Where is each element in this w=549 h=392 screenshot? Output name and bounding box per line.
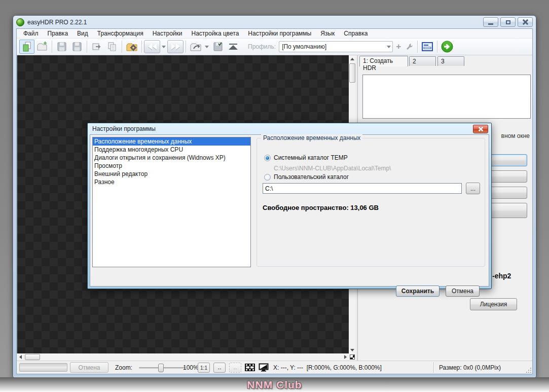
scroll-right-button[interactable] [342, 353, 349, 361]
tab-2[interactable]: 2 [409, 56, 436, 66]
resize-grip[interactable] [525, 367, 531, 373]
new-file-icon [21, 41, 32, 52]
dialog-titlebar[interactable]: Настройки программы [88, 123, 491, 134]
titlebar[interactable]: easyHDR PRO 2.22.1 [13, 16, 536, 28]
profile-value: [По умолчанию] [282, 43, 326, 50]
zoom-1to1-button[interactable]: 1:1 [198, 363, 210, 373]
next-image-button[interactable] [167, 40, 184, 53]
tab-create-hdr[interactable]: 1: Создать HDR [359, 56, 408, 66]
filmstrip-toggle[interactable] [245, 363, 255, 373]
scroll-left-button[interactable] [17, 353, 24, 361]
vertical-scroll-thumb[interactable] [349, 63, 355, 83]
minimize-button[interactable] [483, 17, 498, 27]
list-item-preview[interactable]: Просмотр [93, 162, 250, 170]
go-button[interactable] [440, 40, 455, 54]
horizontal-scrollbar[interactable] [17, 353, 349, 361]
toolbar-separator [52, 41, 52, 53]
menu-settings[interactable]: Настройки [148, 29, 187, 38]
minimize-icon [488, 23, 493, 25]
radio-system-temp-label[interactable]: Системный каталог TEMP [274, 154, 348, 161]
fit-selection-button: ↔ [229, 363, 241, 373]
list-item-misc[interactable]: Разное [93, 178, 250, 186]
export-button[interactable] [89, 40, 104, 54]
image-list-box[interactable] [362, 75, 531, 119]
browse-button[interactable]: ... [466, 183, 480, 194]
panel-icon [421, 42, 433, 52]
cancel-settings-button[interactable]: Отмена [446, 286, 480, 297]
settings-category-list[interactable]: Расположение временных данных Поддержка … [92, 137, 251, 267]
menu-help[interactable]: Справка [339, 29, 372, 38]
app-icon [16, 18, 24, 26]
open-button[interactable] [34, 40, 50, 54]
new-project-button[interactable] [19, 40, 34, 54]
filmstrip-icon [245, 363, 255, 372]
custom-path-input[interactable] [263, 183, 462, 194]
compress-button[interactable] [226, 40, 241, 54]
temp-location-groupbox: Расположение временных данных Системный … [257, 138, 485, 267]
previous-image-button[interactable] [144, 40, 160, 53]
dialog-close-button[interactable] [473, 125, 488, 133]
zoom-slider[interactable] [139, 367, 186, 369]
monitor-toggle[interactable] [259, 363, 269, 373]
scroll-down-button[interactable] [349, 346, 356, 353]
menu-view[interactable]: Вид [72, 29, 93, 38]
panel-text-fragment: вном окне [501, 132, 530, 139]
statusbar-separator [433, 362, 434, 373]
program-settings-button[interactable] [124, 40, 139, 54]
list-item-external-editor[interactable]: Внешний редактор [93, 170, 250, 178]
panel-toggle-button[interactable] [420, 40, 435, 54]
previous-dropdown-caret[interactable] [162, 46, 166, 48]
right-arrow-icon [344, 355, 347, 359]
status-cancel-button[interactable]: Отмена [70, 362, 108, 373]
radio-custom-folder-label[interactable]: Пользовательский каталог [274, 173, 349, 181]
up-arrow-icon [350, 58, 354, 60]
menu-program-settings[interactable]: Настройки программы [243, 29, 316, 38]
close-button[interactable] [518, 17, 533, 27]
list-item-multicore[interactable]: Поддержка многоядерных CPU [93, 146, 250, 154]
monitor-icon [259, 363, 269, 372]
open-with-icon [190, 41, 202, 52]
toolbar-separator [186, 41, 186, 53]
toolbar-separator [417, 41, 418, 53]
scroll-up-button[interactable] [349, 55, 356, 62]
double-right-icon [171, 44, 175, 50]
fit-window-button[interactable]: ↔ [213, 363, 226, 373]
toolbar-separator [87, 41, 87, 53]
open-with-button[interactable] [188, 40, 203, 54]
menu-color-settings[interactable]: Настройка цвета [187, 29, 243, 38]
menu-transform[interactable]: Трансформация [93, 29, 148, 38]
license-button[interactable]: Лицензия [470, 298, 517, 310]
menu-file[interactable]: Файл [19, 29, 43, 38]
system-temp-path: C:\Users\NNM-CLUB\AppData\Local\Temp\ [274, 165, 391, 172]
menu-bar: Файл Правка Вид Трансформация Настройки … [17, 29, 532, 39]
save-as-button[interactable] [69, 40, 85, 54]
zoom-slider-thumb[interactable] [158, 364, 164, 372]
image-size-text: Размер: 0x0 (0,0MPix) [439, 364, 501, 371]
maximize-button[interactable] [500, 17, 516, 27]
list-item-dialogs[interactable]: Диалоги открытия и сохранения (Widnows X… [93, 154, 250, 162]
edit-profile-button[interactable] [404, 41, 415, 52]
profile-label: Профиль: [248, 43, 276, 50]
radio-system-temp[interactable] [264, 155, 271, 161]
open-with-dropdown-caret[interactable] [205, 46, 209, 48]
dialog-title: Настройки программы [91, 125, 473, 132]
save-settings-button[interactable]: Сохранить [396, 286, 440, 297]
save-check-icon [212, 41, 224, 52]
menu-edit[interactable]: Правка [43, 29, 73, 38]
profile-combobox[interactable]: [По умолчанию] [279, 41, 393, 52]
save-result-button[interactable] [210, 40, 226, 54]
horizontal-scroll-thumb[interactable] [25, 354, 40, 360]
transparency-toggle-button[interactable] [349, 353, 356, 361]
zoom-label: Zoom: [115, 364, 132, 371]
tab-3[interactable]: 3 [437, 56, 464, 66]
save-icon [56, 41, 67, 52]
list-item-temp-location[interactable]: Расположение временных данных [93, 137, 250, 146]
watermark-text: NNM Club [0, 379, 549, 391]
toolbar-separator [437, 41, 437, 53]
copy-button[interactable] [104, 40, 120, 54]
radio-custom-folder[interactable] [264, 174, 271, 181]
add-profile-button[interactable]: + [393, 41, 404, 52]
menu-language[interactable]: Язык [316, 29, 339, 38]
status-bar: Отмена Zoom: 100% 1:1 ↔ ↔ [17, 361, 532, 374]
save-button[interactable] [54, 40, 69, 54]
